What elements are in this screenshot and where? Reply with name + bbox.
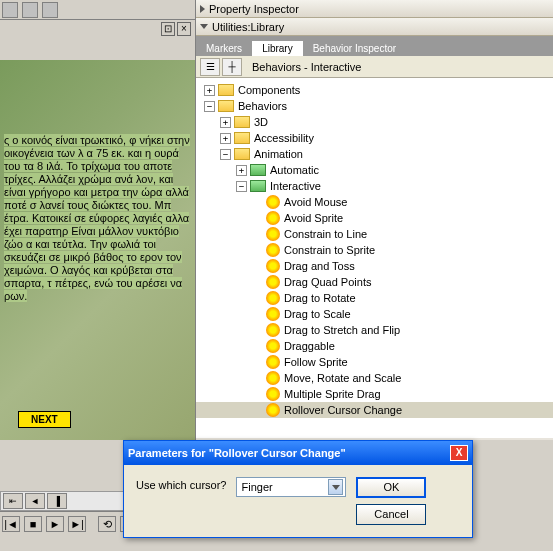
folder-icon (234, 116, 250, 128)
tree-animation[interactable]: Animation (254, 148, 303, 160)
stop-button[interactable]: ■ (24, 516, 42, 532)
behavior-icon (266, 211, 280, 225)
tree-item-label: Multiple Sprite Drag (284, 388, 381, 400)
dialog-label: Use which cursor? (136, 477, 226, 491)
behavior-icon (266, 339, 280, 353)
collapse-behaviors[interactable]: − (204, 101, 215, 112)
tree-item-label: Avoid Mouse (284, 196, 347, 208)
forward-button[interactable]: ►| (68, 516, 86, 532)
tree-item[interactable]: Avoid Mouse (196, 194, 553, 210)
lib-current-label: Behaviors - Interactive (252, 61, 361, 73)
tree-interactive[interactable]: Interactive (270, 180, 321, 192)
property-inspector-title: Property Inspector (209, 3, 299, 15)
tree-item[interactable]: Move, Rotate and Scale (196, 370, 553, 386)
tree-item-label: Constrain to Sprite (284, 244, 375, 256)
cursor-select-value: Finger (241, 481, 272, 493)
tree-accessibility[interactable]: Accessibility (254, 132, 314, 144)
tree-item-label: Drag to Scale (284, 308, 351, 320)
cursor-select[interactable]: Finger (236, 477, 346, 497)
utilities-header[interactable]: Utilities:Library (196, 18, 553, 36)
behavior-icon (266, 403, 280, 417)
tree-item-label: Drag to Rotate (284, 292, 356, 304)
tree-item[interactable]: Rollover Cursor Change (196, 402, 553, 418)
tab-behavior-inspector[interactable]: Behavior Inspector (303, 41, 406, 56)
folder-icon (250, 164, 266, 176)
tree-item-label: Rollover Cursor Change (284, 404, 402, 416)
folder-icon (234, 148, 250, 160)
tree-item-label: Drag to Stretch and Flip (284, 324, 400, 336)
behavior-icon (266, 291, 280, 305)
expand-accessibility[interactable]: + (220, 133, 231, 144)
tree-item-label: Avoid Sprite (284, 212, 343, 224)
behavior-icon (266, 323, 280, 337)
tab-library[interactable]: Library (252, 41, 303, 56)
tree-item[interactable]: Follow Sprite (196, 354, 553, 370)
library-tree[interactable]: +Components −Behaviors +3D +Accessibilit… (196, 78, 553, 438)
tree-item[interactable]: Drag and Toss (196, 258, 553, 274)
tree-item-label: Constrain to Line (284, 228, 367, 240)
behavior-icon (266, 387, 280, 401)
play-button[interactable]: ► (46, 516, 64, 532)
ruler-back-icon[interactable]: ◄ (25, 493, 45, 509)
expand-automatic[interactable]: + (236, 165, 247, 176)
chevron-down-icon[interactable] (328, 479, 343, 495)
tree-item[interactable]: Avoid Sprite (196, 210, 553, 226)
tree-item-label: Draggable (284, 340, 335, 352)
tree-components[interactable]: Components (238, 84, 300, 96)
dialog-close-button[interactable]: X (450, 445, 468, 461)
tree-item[interactable]: Draggable (196, 338, 553, 354)
stage-text: ς ο κοινός είναι τρωκτικό, φ νήκει στην … (0, 130, 195, 307)
utilities-title: Utilities:Library (212, 21, 284, 33)
rewind-button[interactable]: |◄ (2, 516, 20, 532)
tree-item[interactable]: Constrain to Line (196, 226, 553, 242)
tree-behaviors[interactable]: Behaviors (238, 100, 287, 112)
tool-icon-1[interactable] (2, 2, 18, 18)
collapse-interactive[interactable]: − (236, 181, 247, 192)
tree-item-label: Follow Sprite (284, 356, 348, 368)
tree-item[interactable]: Multiple Sprite Drag (196, 386, 553, 402)
dialog-title: Parameters for "Rollover Cursor Change" (128, 447, 346, 459)
lib-grid-icon[interactable]: ┼ (222, 58, 242, 76)
tree-automatic[interactable]: Automatic (270, 164, 319, 176)
behavior-icon (266, 371, 280, 385)
cancel-button[interactable]: Cancel (356, 504, 426, 525)
lib-list-icon[interactable]: ☰ (200, 58, 220, 76)
stage-canvas: ς ο κοινός είναι τρωκτικό, φ νήκει στην … (0, 60, 195, 440)
collapse-icon (200, 24, 208, 29)
folder-icon (218, 84, 234, 96)
behavior-icon (266, 355, 280, 369)
behavior-icon (266, 195, 280, 209)
tree-item-label: Drag Quad Points (284, 276, 371, 288)
tree-item[interactable]: Constrain to Sprite (196, 242, 553, 258)
tab-markers[interactable]: Markers (196, 41, 252, 56)
tree-item-label: Drag and Toss (284, 260, 355, 272)
collapse-animation[interactable]: − (220, 149, 231, 160)
parameters-dialog: Parameters for "Rollover Cursor Change" … (123, 440, 473, 538)
tree-item[interactable]: Drag to Rotate (196, 290, 553, 306)
loop-button[interactable]: ⟲ (98, 516, 116, 532)
expand-3d[interactable]: + (220, 117, 231, 128)
ruler-rewind-icon[interactable]: ⇤ (3, 493, 23, 509)
property-inspector-header[interactable]: Property Inspector (196, 0, 553, 18)
tree-item[interactable]: Drag to Stretch and Flip (196, 322, 553, 338)
expand-components[interactable]: + (204, 85, 215, 96)
next-button[interactable]: NEXT (18, 411, 71, 428)
ruler-marker-icon[interactable]: ▐ (47, 493, 67, 509)
tree-item[interactable]: Drag Quad Points (196, 274, 553, 290)
tool-icon-2[interactable] (22, 2, 38, 18)
tree-item[interactable]: Drag to Scale (196, 306, 553, 322)
tree-3d[interactable]: 3D (254, 116, 268, 128)
stage-undock-icon[interactable]: ⊡ (161, 22, 175, 36)
folder-icon (218, 100, 234, 112)
tool-icon-3[interactable] (42, 2, 58, 18)
behavior-icon (266, 243, 280, 257)
behavior-icon (266, 275, 280, 289)
stage-close-icon[interactable]: × (177, 22, 191, 36)
ok-button[interactable]: OK (356, 477, 426, 498)
expand-icon (200, 5, 205, 13)
folder-icon (250, 180, 266, 192)
folder-icon (234, 132, 250, 144)
behavior-icon (266, 259, 280, 273)
tree-item-label: Move, Rotate and Scale (284, 372, 401, 384)
behavior-icon (266, 227, 280, 241)
